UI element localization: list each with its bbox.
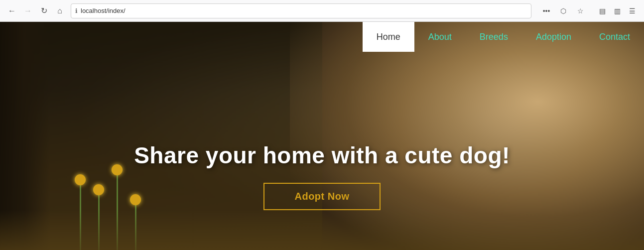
nav-item-contact[interactable]: Contact bbox=[585, 22, 644, 52]
sidebar-button[interactable]: ▥ bbox=[610, 4, 624, 18]
nav-item-adoption[interactable]: Adoption bbox=[522, 22, 585, 52]
url-text: localhost/index/ bbox=[81, 7, 527, 14]
main-nav: Home About Breeds Adoption Contact bbox=[0, 22, 644, 52]
browser-actions: ••• ⬡ ☆ bbox=[539, 4, 587, 18]
hero-background bbox=[0, 22, 644, 250]
dog-image bbox=[322, 22, 644, 250]
back-button[interactable]: ← bbox=[5, 4, 19, 18]
ground-overlay bbox=[0, 210, 644, 250]
nav-item-about[interactable]: About bbox=[414, 22, 466, 52]
more-button[interactable]: ••• bbox=[539, 4, 553, 18]
nav-item-home[interactable]: Home bbox=[363, 22, 414, 52]
website-content: Home About Breeds Adoption Contact Share… bbox=[0, 22, 644, 250]
hero-content: Share your home with a cute dog! Adopt N… bbox=[0, 142, 644, 210]
menu-button[interactable]: ☰ bbox=[625, 4, 639, 18]
home-button[interactable]: ⌂ bbox=[53, 4, 67, 18]
info-icon: ℹ bbox=[75, 7, 78, 14]
forward-button[interactable]: → bbox=[21, 4, 35, 18]
bookmark-button[interactable]: ☆ bbox=[573, 4, 587, 18]
address-bar[interactable]: ℹ localhost/index/ bbox=[71, 3, 531, 18]
adopt-now-button[interactable]: Adopt Now bbox=[263, 183, 380, 210]
browser-right-actions: ▤ ▥ ☰ bbox=[595, 4, 639, 18]
pocket-button[interactable]: ⬡ bbox=[556, 4, 570, 18]
library-button[interactable]: ▤ bbox=[595, 4, 609, 18]
browser-nav-buttons: ← → ↻ ⌂ bbox=[5, 4, 67, 18]
reload-button[interactable]: ↻ bbox=[37, 4, 51, 18]
browser-chrome: ← → ↻ ⌂ ℹ localhost/index/ ••• ⬡ ☆ ▤ ▥ ☰ bbox=[0, 0, 644, 22]
hero-headline: Share your home with a cute dog! bbox=[134, 142, 510, 169]
nav-item-breeds[interactable]: Breeds bbox=[466, 22, 522, 52]
